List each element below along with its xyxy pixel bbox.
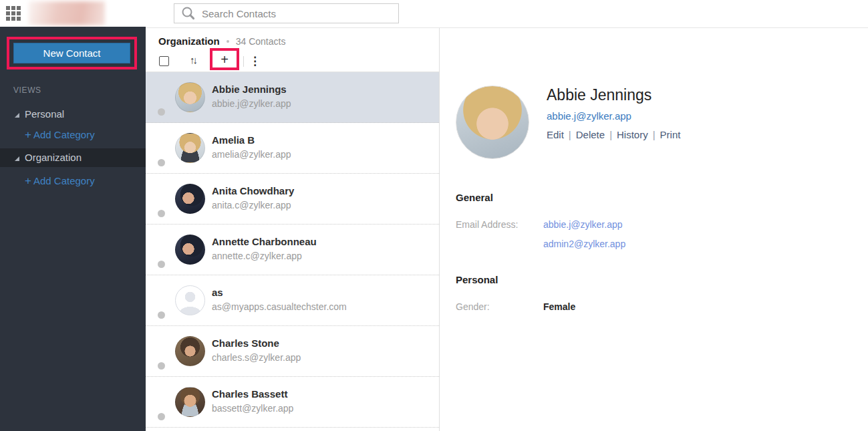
contact-row[interactable]: as as@myapps.casualtechster.com [146,275,439,326]
contact-name: Anita Chowdhary [212,185,294,196]
contact-row[interactable]: Anita Chowdhary anita.c@zylker.app [146,174,439,225]
contact-email: amelia@zylker.app [212,149,291,160]
action-separator: | [569,129,571,140]
sidebar: New Contact VIEWS Personal +Add Category… [0,27,146,431]
contact-avatar [175,82,205,112]
detail-email-link[interactable]: abbie.j@zylker.app [547,110,631,122]
add-category-label: Add Category [33,175,95,186]
contact-email: charles.s@zylker.app [212,352,301,363]
status-dot [158,159,165,166]
contact-avatar [175,336,205,366]
search-icon [181,6,196,21]
contact-email: anita.c@zylker.app [212,200,291,210]
annotation-box-add-contact: + [210,48,239,70]
more-options-icon[interactable]: ⋮ [249,54,261,68]
contact-name: Abbie Jennings [212,84,287,95]
contact-email: annette.c@zylker.app [212,251,302,261]
list-toolbar: ↑↓ + ⋮ [146,52,439,72]
contact-name: Charles Bassett [212,388,287,400]
section-general: General Email Address: abbie.j@zylker.ap… [456,192,830,249]
status-dot [158,261,165,268]
sort-icon[interactable]: ↑↓ [190,54,198,65]
plus-icon: + [25,128,31,141]
contact-row[interactable]: Abbie Jennings abbie.j@zylker.app [146,72,439,123]
status-dot [158,210,165,217]
contact-email: as@myapps.casualtechster.com [212,301,347,312]
toolbar-divider [243,56,244,67]
email-value-link[interactable]: admin2@zylker.app [543,239,625,249]
collapse-arrow-icon [15,113,19,118]
field-gender: Gender: Female [456,301,830,312]
app-logo [29,1,105,25]
add-category-link-organization[interactable]: +Add Category [25,174,95,188]
sidebar-item-label: Organization [25,152,82,163]
print-link[interactable]: Print [660,129,681,140]
sidebar-item-label: Personal [25,108,64,120]
contact-name: as [212,287,223,298]
add-contact-button[interactable]: + [221,53,229,66]
edit-link[interactable]: Edit [547,129,564,140]
list-header: Organization 34 Contacts [158,35,285,47]
contact-avatar-placeholder [175,285,205,315]
status-dot [158,108,165,116]
dot-separator [227,40,229,43]
list-title: Organization [158,35,220,47]
search-contacts-box[interactable] [174,3,399,23]
contact-name: Annette Charbonneau [212,236,317,247]
field-email-address: Email Address: abbie.j@zylker.app admin2… [456,219,830,249]
field-label: Email Address: [456,219,543,249]
delete-link[interactable]: Delete [576,129,605,140]
email-value-link[interactable]: abbie.j@zylker.app [543,219,625,230]
contact-row[interactable]: Charles Bassett bassett@zylker.app [146,377,439,428]
section-title: General [456,192,830,203]
contact-row[interactable]: Charles Stone charles.s@zylker.app [146,326,439,377]
views-label: VIEWS [13,86,41,95]
contact-avatar [175,235,205,265]
contact-avatar [175,387,205,417]
contact-email: bassett@zylker.app [212,403,293,414]
contact-rows: Abbie Jennings abbie.j@zylker.app Amelia… [146,72,439,431]
contact-count: 34 Contacts [236,36,286,47]
topbar [0,0,868,28]
status-dot [158,362,165,370]
detail-actions: Edit|Delete|History|Print [547,129,680,140]
plus-icon: + [25,174,31,187]
sidebar-item-organization[interactable]: Organization [0,148,146,167]
contact-name: Amelia B [212,134,255,146]
search-input[interactable] [202,8,398,19]
select-all-checkbox[interactable] [159,56,169,66]
detail-contact-name: Abbie Jennings [547,86,652,104]
add-category-link-personal[interactable]: +Add Category [25,128,95,142]
action-separator: | [609,129,612,140]
annotation-box-new-contact: New Contact [7,37,137,69]
collapse-arrow-icon [15,156,19,161]
contact-list-pane: Organization 34 Contacts ↑↓ + ⋮ Abbie Je… [146,28,440,431]
contact-avatar [175,133,205,163]
history-link[interactable]: History [617,129,648,140]
contact-name: Charles Stone [212,337,279,349]
status-dot [158,311,165,319]
sidebar-item-personal[interactable]: Personal [0,105,146,124]
contact-row[interactable]: Annette Charbonneau annette.c@zylker.app [146,225,439,275]
contact-photo [456,86,529,159]
add-category-label: Add Category [33,129,95,140]
contact-avatar [175,184,205,214]
status-dot [158,413,165,420]
contact-email: abbie.j@zylker.app [212,98,291,109]
section-personal: Personal Gender: Female [456,274,830,312]
field-label: Gender: [456,301,543,312]
action-separator: | [653,129,656,140]
contact-detail-pane: Abbie Jennings abbie.j@zylker.app Edit|D… [440,28,868,431]
section-title: Personal [456,274,830,285]
new-contact-button[interactable]: New Contact [13,43,130,63]
contact-row[interactable]: Amelia B amelia@zylker.app [146,123,439,174]
app-launcher-icon[interactable] [6,6,21,21]
gender-value: Female [543,301,575,312]
